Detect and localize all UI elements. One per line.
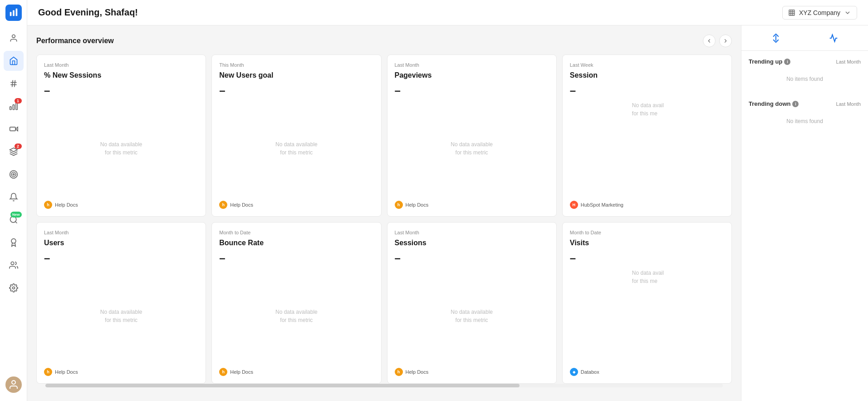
svg-rect-10	[10, 107, 11, 110]
next-arrow[interactable]	[719, 35, 732, 47]
trending-up-no-items: No items found	[749, 69, 861, 89]
card-new-users-goal: This Month New Users goal – No data avai…	[211, 54, 381, 217]
right-panel: Trending up i Last Month No items found …	[741, 25, 868, 401]
svg-point-3	[12, 35, 15, 38]
svg-rect-2	[15, 9, 17, 16]
card-dash: –	[219, 252, 373, 263]
card-title: Sessions	[395, 239, 549, 247]
right-panel-body: Trending up i Last Month No items found …	[741, 51, 868, 401]
sidebar: 1 2 New	[0, 0, 27, 401]
performance-section: Performance overview	[27, 25, 741, 401]
card-no-data: No data availablefor this metric	[219, 101, 373, 196]
card-footer-label: Help Docs	[55, 202, 78, 208]
card-dash: –	[44, 252, 198, 263]
card-period: This Month	[219, 62, 373, 68]
svg-point-19	[11, 239, 16, 243]
card-footer: h Help Docs	[44, 363, 198, 376]
trending-up-title: Trending up i	[749, 58, 790, 65]
card-period: Last Week	[570, 62, 724, 68]
hubspot-icon: H	[570, 201, 578, 209]
card-no-data: No data availfor this me	[570, 101, 724, 196]
card-title: Pageviews	[395, 71, 549, 79]
card-footer-label: Help Docs	[230, 202, 253, 208]
databox-icon: ◆	[570, 368, 578, 376]
svg-point-22	[12, 381, 15, 384]
card-no-data: No data availablefor this metric	[44, 269, 198, 364]
svg-rect-11	[10, 127, 15, 131]
trending-down-title: Trending down i	[749, 100, 799, 107]
card-title: Users	[44, 239, 198, 247]
section-title: Performance overview	[36, 37, 114, 45]
helpdocs-icon: h	[219, 368, 227, 376]
svg-rect-0	[10, 12, 11, 16]
helpdocs-icon: h	[395, 201, 403, 209]
horizontal-scrollbar[interactable]	[45, 384, 723, 387]
card-footer-label: HubSpot Marketing	[581, 202, 623, 208]
helpdocs-icon: h	[219, 201, 227, 209]
svg-line-18	[15, 222, 17, 223]
card-footer-label: Help Docs	[55, 369, 78, 375]
sidebar-item-settings[interactable]	[4, 278, 24, 298]
company-selector[interactable]: XYZ Company	[782, 6, 857, 20]
svg-point-21	[12, 287, 15, 289]
sidebar-item-search[interactable]: New	[4, 210, 24, 230]
sort-button[interactable]	[768, 30, 784, 46]
building-icon	[788, 9, 795, 16]
sidebar-item-profile[interactable]	[4, 28, 24, 48]
svg-rect-8	[16, 103, 17, 110]
card-footer: h Help Docs	[219, 363, 373, 376]
section-header: Performance overview	[36, 35, 732, 47]
card-period: Last Month	[395, 62, 549, 68]
sidebar-item-goals[interactable]	[4, 164, 24, 184]
cards-grid: Last Month % New Sessions – No data avai…	[36, 54, 732, 384]
trending-down-header: Trending down i Last Month	[749, 100, 861, 107]
sidebar-item-team[interactable]	[4, 255, 24, 275]
sidebar-item-numbers[interactable]	[4, 74, 24, 94]
card-footer: h Help Docs	[44, 196, 198, 209]
card-no-data: No data availablefor this metric	[395, 101, 549, 196]
card-period: Last Month	[44, 230, 198, 235]
sidebar-item-award[interactable]	[4, 233, 24, 252]
card-footer-label: Help Docs	[406, 369, 429, 375]
trending-down-period: Last Month	[836, 101, 861, 107]
main-content: Good Evening, Shafaq! XYZ Company Perfor…	[27, 0, 868, 401]
card-bounce-rate: Month to Date Bounce Rate – No data avai…	[211, 222, 381, 384]
nav-arrows	[703, 35, 732, 47]
sidebar-item-home[interactable]	[4, 51, 24, 71]
card-new-sessions: Last Month % New Sessions – No data avai…	[36, 54, 206, 217]
search-new-badge: New	[10, 212, 21, 218]
sidebar-item-layers[interactable]: 2	[4, 142, 24, 162]
card-footer: h Help Docs	[219, 196, 373, 209]
activity-button[interactable]	[825, 30, 842, 46]
trending-down-section: Trending down i Last Month No items foun…	[749, 100, 861, 132]
card-visits: Month to Date Visits – No data availfor …	[562, 222, 732, 384]
card-dash: –	[570, 252, 724, 263]
sidebar-item-alerts[interactable]	[4, 187, 24, 207]
sidebar-item-video[interactable]	[4, 119, 24, 139]
scrollbar-thumb	[45, 384, 520, 387]
sidebar-item-reports[interactable]: 1	[4, 96, 24, 116]
trending-down-info-icon[interactable]: i	[792, 101, 799, 107]
activity-icon	[829, 34, 838, 43]
card-period: Month to Date	[570, 230, 724, 235]
trending-up-header: Trending up i Last Month	[749, 58, 861, 65]
chevron-down-icon	[844, 9, 851, 16]
reports-badge: 1	[15, 98, 22, 104]
card-title: Visits	[570, 239, 724, 247]
right-panel-header	[741, 25, 868, 51]
card-no-data: No data availfor this me	[570, 269, 724, 364]
card-period: Month to Date	[219, 230, 373, 235]
prev-arrow[interactable]	[703, 35, 716, 47]
card-session: Last Week Session – No data availfor thi…	[562, 54, 732, 217]
svg-rect-23	[789, 10, 794, 15]
card-title: % New Sessions	[44, 71, 198, 79]
svg-rect-1	[13, 10, 15, 16]
card-footer-label: Help Docs	[230, 369, 253, 375]
user-avatar[interactable]	[5, 376, 22, 393]
trending-up-info-icon[interactable]: i	[784, 59, 790, 65]
card-title: New Users goal	[219, 71, 373, 79]
card-users: Last Month Users – No data availablefor …	[36, 222, 206, 384]
app-logo[interactable]	[5, 5, 22, 21]
company-name: XYZ Company	[799, 9, 840, 16]
svg-point-14	[10, 171, 17, 178]
